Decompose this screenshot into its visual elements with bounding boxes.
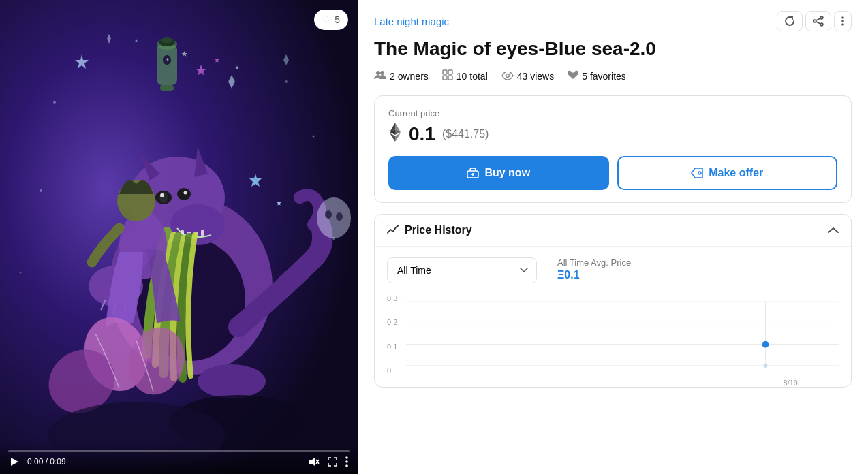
y-label-0: 0.3 [387, 294, 397, 302]
heart-icon: ♡ [322, 14, 331, 26]
svg-point-66 [345, 464, 348, 467]
avg-price-block: All Time Avg. Price Ξ0.1 [557, 257, 631, 281]
svg-rect-32 [201, 230, 204, 236]
avg-price-value: Ξ0.1 [557, 269, 631, 281]
svg-point-53 [317, 198, 351, 238]
share-button[interactable] [805, 11, 831, 31]
svg-point-34 [159, 192, 168, 203]
eye-icon [501, 70, 514, 82]
svg-point-64 [345, 456, 348, 459]
svg-point-99 [764, 364, 768, 368]
nft-artwork [0, 0, 358, 474]
svg-point-75 [376, 71, 380, 75]
favorites-count: 5 favorites [582, 71, 626, 82]
svg-marker-60 [11, 458, 18, 466]
like-button[interactable]: ♡ 5 [314, 10, 348, 30]
nft-detail-panel: Late night magic [358, 0, 868, 474]
svg-point-35 [160, 193, 164, 198]
svg-point-3 [53, 101, 56, 104]
x-axis-label: 8/19 [784, 379, 798, 387]
fullscreen-button[interactable] [326, 456, 339, 468]
likes-count: 5 [335, 14, 340, 25]
svg-point-7 [40, 189, 42, 192]
buy-now-button[interactable]: Buy now [388, 156, 609, 190]
svg-rect-77 [443, 70, 447, 74]
svg-point-98 [762, 341, 769, 348]
svg-line-71 [816, 22, 820, 24]
y-label-3: 0 [387, 366, 397, 375]
svg-point-55 [336, 212, 343, 221]
buy-now-label: Buy now [484, 167, 530, 179]
svg-point-23 [167, 59, 169, 61]
collapse-icon [828, 227, 839, 234]
favorites-stat: 5 favorites [568, 70, 626, 82]
mute-button[interactable] [307, 456, 321, 468]
price-history-body: All Time Last 7 Days Last 14 Days Last 3… [375, 247, 851, 387]
owners-icon [374, 70, 386, 82]
grid-icon [442, 69, 453, 83]
play-button[interactable] [8, 456, 20, 468]
breadcrumb-link[interactable]: Late night magic [374, 16, 449, 27]
avg-price-label: All Time Avg. Price [557, 257, 631, 268]
y-axis: 0.3 0.2 0.1 0 [387, 294, 397, 376]
make-offer-button[interactable]: Make offer [617, 156, 838, 190]
svg-rect-18 [160, 85, 174, 91]
ph-controls: All Time Last 7 Days Last 14 Days Last 3… [387, 257, 839, 283]
nft-media-panel: ♡ 5 0:00 / 0:09 [0, 0, 358, 474]
owners-stat: 2 owners [374, 70, 429, 82]
svg-point-65 [345, 460, 348, 463]
make-offer-label: Make offer [709, 167, 763, 179]
usd-amount: ($441.75) [442, 128, 489, 140]
total-count: 10 total [456, 71, 488, 82]
svg-point-76 [380, 71, 384, 75]
svg-marker-61 [309, 458, 315, 466]
more-video-options[interactable] [344, 455, 350, 469]
svg-rect-80 [448, 76, 452, 80]
time-display: 0:00 / 0:09 [27, 457, 66, 467]
views-count: 43 views [517, 71, 554, 82]
detail-header: Late night magic [374, 11, 852, 31]
price-history-header[interactable]: Price History [375, 215, 851, 247]
svg-point-74 [841, 23, 844, 26]
video-controls: 0:00 / 0:09 [0, 445, 358, 474]
eth-icon [388, 123, 402, 145]
more-options-button[interactable] [834, 11, 852, 31]
time-filter-select[interactable]: All Time Last 7 Days Last 14 Days Last 3… [387, 257, 537, 283]
price-history-title: Price History [405, 224, 472, 236]
svg-rect-79 [443, 76, 447, 80]
stats-row: 2 owners 10 total 43 views [374, 69, 852, 83]
svg-point-8 [20, 272, 22, 274]
refresh-button[interactable] [777, 11, 803, 31]
y-label-1: 0.2 [387, 318, 397, 326]
svg-point-5 [285, 80, 288, 83]
svg-line-70 [816, 18, 820, 20]
chart-svg [387, 294, 839, 376]
artwork-svg [0, 0, 358, 474]
price-row: 0.1 ($441.75) [388, 123, 837, 145]
svg-point-72 [841, 16, 844, 19]
trend-icon [387, 225, 399, 236]
y-label-2: 0.1 [387, 343, 397, 351]
svg-point-92 [698, 172, 701, 174]
svg-point-36 [177, 188, 191, 200]
progress-bar[interactable] [8, 450, 350, 452]
price-card: Current price 0.1 ($441.75) [374, 95, 852, 203]
svg-point-81 [506, 74, 509, 78]
svg-rect-78 [448, 70, 452, 74]
header-actions [777, 11, 852, 31]
heart-stat-icon [568, 70, 578, 82]
price-chart: 0.3 0.2 0.1 0 [387, 294, 839, 376]
svg-point-47 [236, 383, 255, 396]
svg-point-37 [184, 191, 187, 195]
svg-point-20 [161, 37, 172, 43]
svg-point-54 [325, 210, 332, 219]
nft-title: The Magic of eyes-Blue sea-2.0 [374, 38, 852, 60]
eth-amount: 0.1 [409, 123, 435, 145]
owners-count: 2 owners [390, 71, 429, 82]
action-buttons: Buy now Make offer [388, 156, 837, 190]
svg-point-4 [136, 40, 138, 42]
svg-point-73 [841, 20, 844, 22]
price-history-title-area: Price History [387, 224, 472, 236]
price-label: Current price [388, 108, 837, 118]
price-history-section: Price History All Time Last 7 Days Last … [374, 214, 852, 388]
